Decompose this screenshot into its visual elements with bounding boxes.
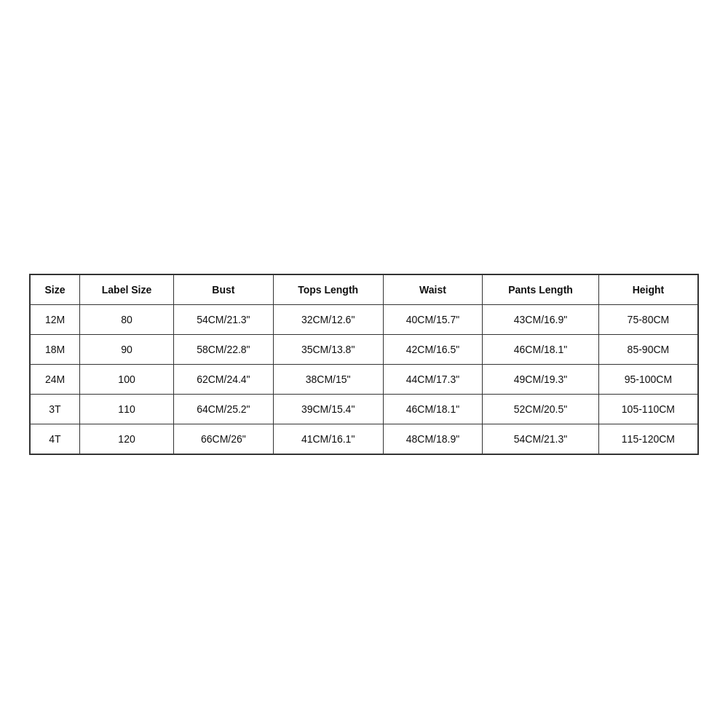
table-cell: 41CM/16.1" [273,424,383,454]
table-cell: 115-120CM [598,424,697,454]
table-cell: 62CM/24.4" [174,364,274,394]
table-row: 18M9058CM/22.8"35CM/13.8"42CM/16.5"46CM/… [31,334,698,364]
table-cell: 46CM/18.1" [483,334,599,364]
table-cell: 32CM/12.6" [273,304,383,334]
table-cell: 42CM/16.5" [383,334,483,364]
table-cell: 43CM/16.9" [483,304,599,334]
table-cell: 85-90CM [598,334,697,364]
table-cell: 12M [31,304,80,334]
table-cell: 54CM/21.3" [483,424,599,454]
table-cell: 64CM/25.2" [174,394,274,424]
table-row: 12M8054CM/21.3"32CM/12.6"40CM/15.7"43CM/… [31,304,698,334]
table-cell: 75-80CM [598,304,697,334]
table-cell: 38CM/15" [273,364,383,394]
table-header-cell: Label Size [79,274,173,304]
table-header-cell: Size [31,274,80,304]
table-header-cell: Pants Length [483,274,599,304]
table-row: 24M10062CM/24.4"38CM/15"44CM/17.3"49CM/1… [31,364,698,394]
table-cell: 48CM/18.9" [383,424,483,454]
table-cell: 46CM/18.1" [383,394,483,424]
table-cell: 120 [79,424,173,454]
table-cell: 24M [31,364,80,394]
table-header-cell: Waist [383,274,483,304]
table-cell: 44CM/17.3" [383,364,483,394]
table-cell: 35CM/13.8" [273,334,383,364]
table-cell: 90 [79,334,173,364]
table-cell: 66CM/26" [174,424,274,454]
table-header-cell: Tops Length [273,274,383,304]
size-chart-container: SizeLabel SizeBustTops LengthWaistPants … [29,274,699,455]
table-cell: 49CM/19.3" [483,364,599,394]
table-cell: 40CM/15.7" [383,304,483,334]
table-row: 4T12066CM/26"41CM/16.1"48CM/18.9"54CM/21… [31,424,698,454]
table-cell: 58CM/22.8" [174,334,274,364]
size-chart-table: SizeLabel SizeBustTops LengthWaistPants … [30,274,698,454]
table-header-row: SizeLabel SizeBustTops LengthWaistPants … [31,274,698,304]
table-row: 3T11064CM/25.2"39CM/15.4"46CM/18.1"52CM/… [31,394,698,424]
table-header-cell: Height [598,274,697,304]
table-cell: 54CM/21.3" [174,304,274,334]
table-cell: 105-110CM [598,394,697,424]
table-cell: 110 [79,394,173,424]
table-header-cell: Bust [174,274,274,304]
table-cell: 52CM/20.5" [483,394,599,424]
table-cell: 18M [31,334,80,364]
table-cell: 39CM/15.4" [273,394,383,424]
table-body: 12M8054CM/21.3"32CM/12.6"40CM/15.7"43CM/… [31,304,698,454]
table-cell: 95-100CM [598,364,697,394]
table-cell: 80 [79,304,173,334]
table-cell: 3T [31,394,80,424]
table-cell: 4T [31,424,80,454]
table-cell: 100 [79,364,173,394]
